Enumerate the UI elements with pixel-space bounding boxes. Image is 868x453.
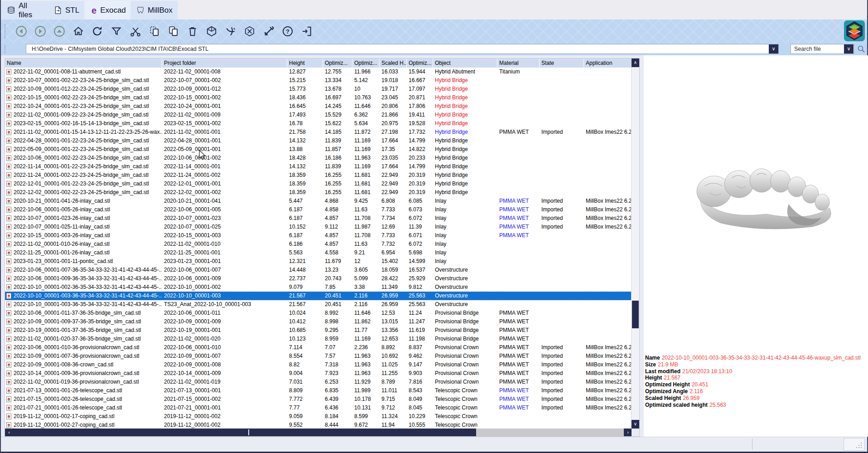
table-row[interactable]: 2020-10-21_00001-041-26-inlay_cad.stl202… [5, 197, 632, 205]
refresh-icon[interactable] [88, 22, 107, 41]
table-row[interactable]: 2023-02-15_00001-002-16-15-14-13-bridge_… [5, 119, 632, 128]
column-header-project-folder[interactable]: Project folder [162, 58, 287, 68]
table-row[interactable]: 2022-10-06_00001-002-22-23-24-25-bridge_… [5, 154, 632, 162]
table-row[interactable]: 2022-10-09_00001-009-37-36-35-bridge_slm… [5, 317, 632, 326]
cube-icon[interactable] [202, 22, 221, 41]
horizontal-scrollbar[interactable]: ‹ › [5, 429, 632, 436]
tools-icon[interactable] [259, 22, 278, 41]
application-cell: MillBox Imes22 6.2 [584, 378, 632, 386]
table-row[interactable]: 2022-11-02_00001-009-22-23-24-25-bridge_… [5, 111, 632, 119]
vertical-scrollbar[interactable]: ∧ ∨ [631, 58, 639, 429]
column-header-material[interactable]: Material [497, 58, 540, 68]
table-row[interactable]: 2019-11-12_00001-002-17-coping_cad.stl20… [5, 412, 632, 421]
scroll-right-icon[interactable]: › [624, 429, 632, 436]
table-row[interactable]: 2022-10-24_00001-001-22-23-24-25-bridge_… [5, 102, 632, 111]
address-dropdown-button[interactable]: ∨ [769, 44, 778, 54]
table-row[interactable]: 2022-10-10_00001-003-36-35-34-33-32-31-4… [5, 300, 632, 309]
horizontal-scrollbar-thumb[interactable] [13, 429, 476, 436]
state-cell: Imported [540, 205, 584, 214]
resize-grip[interactable] [844, 438, 865, 451]
table-row[interactable]: 2022-10-19_00001-001-37-36-35-bridge_slm… [5, 326, 632, 335]
table-row[interactable]: 2022-10-10_00001-002-36-35-34-33-32-31-4… [5, 283, 632, 292]
optimized-angle-cell: 11.169 [352, 162, 380, 171]
optimized-angle-cell: 11.169 [352, 335, 380, 343]
table-row[interactable]: 2023-01-23_00001-001-11-pontic_cad.stl20… [5, 257, 632, 266]
table-row[interactable]: 2022-10-06_00001-010-36-provisionalcrown… [5, 343, 632, 352]
address-input[interactable]: H:\OneDrive - CIMsystem Global Cloud\202… [26, 44, 779, 54]
tab-millbox[interactable]: MillBox [130, 1, 178, 19]
table-row[interactable]: 2022-10-07_00001-023-26-inlay_cad.stl202… [5, 214, 632, 223]
cube-remove-icon[interactable] [240, 22, 259, 41]
table-row[interactable]: 2022-10-06_00001-005-26-inlay_cad.stl202… [5, 205, 632, 214]
table-row[interactable]: 2022-10-10_00001-003-36-35-34-33-32-31-4… [5, 292, 632, 300]
back-icon[interactable] [12, 22, 31, 41]
scaled-height-cell: 18.059 [380, 266, 407, 274]
delete-icon[interactable] [183, 22, 202, 41]
table-row[interactable]: 2022-11-02_00001-020-37-36-35-bridge_slm… [5, 335, 632, 343]
table-row[interactable]: 2022-10-09_00001-008-36-crown_cad.stl202… [5, 360, 632, 369]
toolbar: ? [1, 19, 867, 43]
table-row[interactable]: 2022-12-02_00001-002-22-23-24-25-bridge_… [5, 188, 632, 197]
table-row[interactable]: 2021-07-13_00001-001-26-telescope_cad.st… [5, 386, 632, 395]
table-row[interactable]: 2022-11-24_00001-002-22-23-24-25-bridge_… [5, 171, 632, 180]
help-icon[interactable]: ? [278, 22, 297, 41]
table-row[interactable]: 2022-11-25_00001-001-26-inlay_cad.stl202… [5, 248, 632, 257]
duplicate-icon[interactable] [164, 22, 183, 41]
table-row[interactable]: 2022-10-07_00001-025-11-inlay_cad.stl202… [5, 223, 632, 231]
table-row[interactable]: 2021-07-15_00001-002-26-telescope_cad.st… [5, 395, 632, 404]
project-folder-cell: 2022-10-09_00001-009 [162, 317, 287, 326]
copy-icon[interactable] [145, 22, 164, 41]
table-row[interactable]: 2022-10-15_00001-003-26-inlay_cad.stl202… [5, 231, 632, 240]
table-row[interactable]: 2021-11-02_00001-001-15-14-13-12-11-21-2… [5, 128, 632, 136]
column-header-optimiz[interactable]: Optimiz... [407, 58, 433, 68]
cut-icon[interactable] [126, 22, 145, 41]
height-cell: 14.132 [287, 136, 323, 145]
exit-icon[interactable] [297, 22, 316, 41]
scroll-down-icon[interactable]: ∨ [632, 420, 639, 429]
object-cell: Inlay [433, 223, 497, 231]
search-dropdown-button[interactable]: ∨ [844, 44, 854, 54]
column-header-object[interactable]: Object [433, 58, 497, 68]
tab-all-files[interactable]: All files [1, 1, 48, 19]
table-row[interactable]: 2022-04-28_00001-001-22-23-24-25-bridge_… [5, 136, 632, 145]
table-row[interactable]: 2022-11-02_00001-019-36-provisionalcrown… [5, 378, 632, 386]
table-row[interactable]: 2022-11-02_00001-010-26-inlay_cad.stl202… [5, 240, 632, 248]
table-row[interactable]: 2021-07-21_00001-001-26-telescope_cad.st… [5, 404, 632, 412]
home-icon[interactable] [69, 22, 88, 41]
column-header-optimiz[interactable]: Optimiz... [323, 58, 352, 68]
tab-exocad[interactable]: e Exocad [85, 1, 130, 19]
table-row[interactable]: 2022-11-14_00001-001-22-23-24-25-bridge_… [5, 162, 632, 171]
search-icon[interactable] [857, 45, 865, 53]
scroll-left-icon[interactable]: ‹ [5, 429, 13, 436]
table-row[interactable]: 2022-10-09_00001-007-36-provisionalcrown… [5, 352, 632, 360]
column-header-name[interactable]: Name [5, 58, 162, 68]
table-row[interactable]: 2022-10-06_00001-011-37-36-35-bridge_slm… [5, 309, 632, 317]
table-row[interactable]: 2022-11-02_00001-008-11-abutment_cad.stl… [5, 68, 632, 76]
table-row[interactable]: 2022-10-15_00001-002-22-23-24-25-bridge_… [5, 93, 632, 102]
up-icon[interactable] [50, 22, 69, 41]
column-header-application[interactable]: Application [584, 58, 632, 68]
file-name: 2022-12-01_00001-001-22-23-24-25-bridge_… [14, 180, 149, 188]
table-row[interactable]: 2022-05-09_00001-001-22-23-24-25-bridge_… [5, 145, 632, 154]
table-row[interactable]: 2022-10-09_00001-012-22-23-24-25-bridge_… [5, 85, 632, 93]
column-header-optimiz[interactable]: Optimiz... [352, 58, 380, 68]
column-header-scaled-h[interactable]: Scaled H... [380, 58, 407, 68]
forward-icon[interactable] [31, 22, 50, 41]
toolbar-grip[interactable] [5, 24, 6, 39]
column-header-state[interactable]: State [540, 58, 584, 68]
tab-stl[interactable]: STL [48, 1, 84, 19]
table-row[interactable]: 2022-10-14_00001-009-36-provisionalcrown… [5, 369, 632, 378]
table-row[interactable]: 2019-11-12_00001-002-27-coping_cad.stl20… [5, 421, 632, 429]
vertical-scrollbar-thumb[interactable] [632, 301, 639, 328]
filter-icon[interactable] [107, 22, 126, 41]
optimized-angle-cell: 2.116 [352, 300, 380, 309]
column-header-height[interactable]: Height [287, 58, 323, 68]
rotate-tool-icon[interactable] [221, 22, 240, 41]
table-row[interactable]: 2022-10-06_00001-009-36-35-34-33-32-31-4… [5, 274, 632, 283]
scaled-height-cell: 20.975 [380, 119, 407, 128]
scroll-up-icon[interactable]: ∧ [632, 58, 639, 67]
table-row[interactable]: 2022-10-06_00001-007-36-35-34-33-32-31-4… [5, 266, 632, 274]
address-grip[interactable] [5, 45, 6, 53]
table-row[interactable]: 2022-12-01_00001-001-22-23-24-25-bridge_… [5, 180, 632, 188]
table-row[interactable]: 2022-10-07_00001-002-22-23-24-25-bridge_… [5, 76, 632, 85]
